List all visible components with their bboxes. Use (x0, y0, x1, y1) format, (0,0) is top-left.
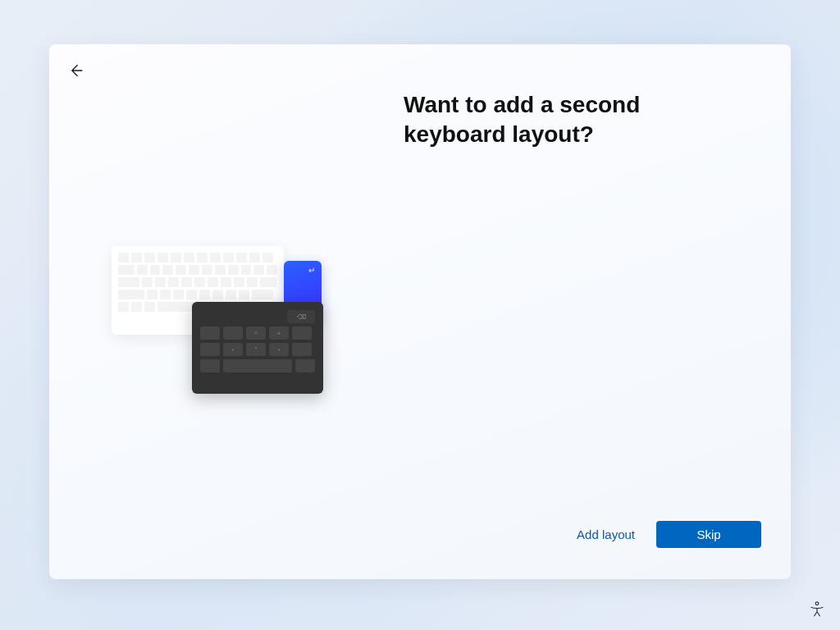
skip-button[interactable]: Skip (656, 521, 761, 548)
accessibility-button[interactable] (806, 599, 829, 622)
illustration-pane: ⌫ ^+ ‹˅› (49, 90, 404, 519)
dark-keyboard-icon: ⌫ ^+ ‹˅› (192, 302, 323, 394)
footer-actions: Add layout Skip (49, 519, 791, 579)
page-title: Want to add a second keyboard layout? (404, 90, 699, 150)
back-button[interactable] (62, 57, 89, 84)
accessibility-figure-icon (808, 600, 826, 619)
text-pane: Want to add a second keyboard layout? (404, 90, 791, 519)
setup-card: ⌫ ^+ ‹˅› Want to add a second keyboard l… (49, 44, 791, 579)
add-layout-button[interactable]: Add layout (562, 519, 650, 550)
content-row: ⌫ ^+ ‹˅› Want to add a second keyboard l… (49, 44, 791, 519)
keyboard-illustration: ⌫ ^+ ‹˅› (112, 246, 341, 410)
svg-point-0 (815, 601, 819, 605)
back-arrow-icon (67, 62, 84, 79)
